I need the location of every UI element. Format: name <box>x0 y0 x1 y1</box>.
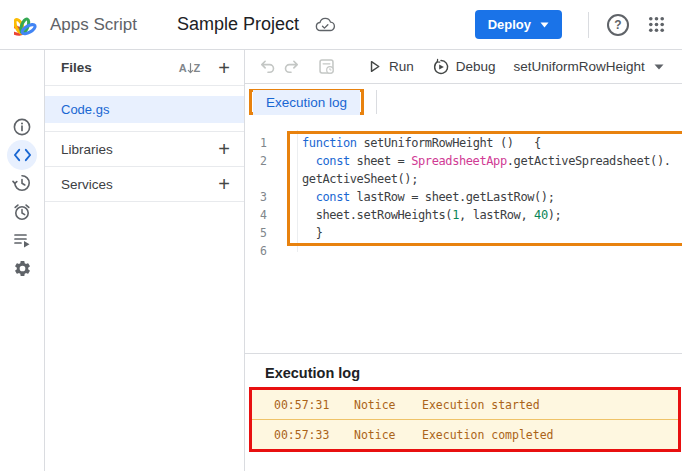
project-title[interactable]: Sample Project <box>177 14 299 35</box>
log-entry: 00:57:33NoticeExecution completed <box>252 419 678 449</box>
code-line: 6 <box>245 242 682 260</box>
debug-button[interactable]: Debug <box>432 58 496 76</box>
add-service-button[interactable]: + <box>218 174 230 194</box>
save-project-button[interactable] <box>317 57 336 77</box>
execution-log-panel: Execution log 00:57:31NoticeExecution st… <box>245 353 682 471</box>
code-line: 1function setUniformRowHeight () { <box>245 134 682 152</box>
files-panel: Files AZ + Code.gs Libraries + Services … <box>45 50 245 471</box>
apps-script-window: Apps Script Sample Project Deploy ? <box>0 0 682 471</box>
save-icon <box>317 57 336 76</box>
app-name: Apps Script <box>50 15 137 35</box>
code-text: const sheet = SpreadsheetApp.getActiveSp… <box>302 152 671 170</box>
run-icon <box>366 58 383 75</box>
files-panel-header: Files AZ + <box>45 50 244 86</box>
code-text: } <box>302 224 322 242</box>
code-text: function setUniformRowHeight () { <box>302 134 541 152</box>
selected-function-name: setUniformRowHeight <box>514 59 645 74</box>
tab-divider <box>376 90 377 114</box>
code-line: 2 const sheet = SpreadsheetApp.getActive… <box>245 152 682 170</box>
services-section[interactable]: Services + <box>45 167 244 202</box>
annotation-box-red-log: 00:57:31NoticeExecution started00:57:33N… <box>249 387 681 452</box>
deploy-label: Deploy <box>488 17 531 32</box>
deploy-button[interactable]: Deploy <box>475 10 562 39</box>
add-library-button[interactable]: + <box>218 139 230 159</box>
libraries-label: Libraries <box>61 142 200 157</box>
line-number: 4 <box>245 206 267 224</box>
sidebar-item-editor[interactable] <box>0 140 44 170</box>
code-line: 4 sheet.setRowHeights(1, lastRow, 40); <box>245 206 682 224</box>
log-msg: Execution started <box>422 398 678 412</box>
line-number: 1 <box>245 134 267 152</box>
gear-icon <box>13 259 32 278</box>
line-number: 6 <box>245 242 267 260</box>
editor-region: Run Debug setUniformRowHeight Execution … <box>245 50 682 471</box>
file-name: Code.gs <box>61 102 109 117</box>
code-line: 5 } <box>245 224 682 242</box>
code-text: const lastRow = sheet.getLastRow(); <box>302 188 555 206</box>
chevron-down-icon <box>654 64 664 70</box>
sidebar-item-project-history[interactable] <box>0 168 44 198</box>
redo-button[interactable] <box>282 57 301 77</box>
tab-execution-log[interactable]: Execution log <box>253 90 360 115</box>
apps-grid-icon[interactable] <box>647 15 666 34</box>
redo-icon <box>282 57 301 76</box>
sidebar-item-triggers[interactable] <box>0 197 44 227</box>
line-number: 5 <box>245 224 267 242</box>
log-msg: Execution completed <box>422 428 678 442</box>
apps-script-logo-icon <box>14 11 41 38</box>
code-lines: 1function setUniformRowHeight () {2 cons… <box>245 134 682 260</box>
left-navigation-rail <box>0 50 45 471</box>
chevron-down-icon <box>540 22 549 28</box>
sidebar-item-settings[interactable] <box>0 253 44 283</box>
run-button[interactable]: Run <box>366 58 414 75</box>
log-time: 00:57:31 <box>252 398 354 412</box>
code-editor[interactable]: 1function setUniformRowHeight () {2 cons… <box>245 120 682 353</box>
help-icon[interactable]: ? <box>607 14 629 36</box>
log-time: 00:57:33 <box>252 428 354 442</box>
services-label: Services <box>61 177 200 192</box>
code-text: getActiveSheet(); <box>302 170 418 188</box>
function-selector[interactable]: setUniformRowHeight <box>514 59 664 74</box>
undo-button[interactable] <box>258 57 277 77</box>
sidebar-item-executions[interactable] <box>0 225 44 255</box>
header-divider <box>588 12 589 38</box>
debug-label: Debug <box>456 59 496 74</box>
files-panel-title: Files <box>61 60 179 75</box>
top-header: Apps Script Sample Project Deploy ? <box>0 0 682 50</box>
code-icon <box>13 147 32 163</box>
line-number: 3 <box>245 188 267 206</box>
code-line: getActiveSheet(); <box>245 170 682 188</box>
editor-tab-bar: Execution log <box>245 84 682 120</box>
run-label: Run <box>389 59 414 74</box>
libraries-section[interactable]: Libraries + <box>45 132 244 167</box>
execution-log-entries: 00:57:31NoticeExecution started00:57:33N… <box>252 390 678 449</box>
execution-log-title: Execution log <box>265 365 682 381</box>
sidebar-item-overview[interactable] <box>0 112 44 142</box>
header-actions: Deploy ? <box>475 10 682 39</box>
code-line: 3 const lastRow = sheet.getLastRow(); <box>245 188 682 206</box>
alarm-icon <box>12 202 32 222</box>
code-text: sheet.setRowHeights(1, lastRow, 40); <box>302 206 561 224</box>
line-number <box>245 170 267 188</box>
history-icon <box>12 173 32 193</box>
cloud-saved-icon <box>314 14 336 36</box>
info-icon <box>12 117 32 137</box>
add-file-button[interactable]: + <box>218 58 230 78</box>
undo-icon <box>258 57 277 76</box>
line-number: 2 <box>245 152 267 170</box>
annotation-box-orange-tab: Execution log <box>249 89 364 115</box>
debug-icon <box>432 58 450 76</box>
log-entry: 00:57:31NoticeExecution started <box>252 390 678 419</box>
editor-toolbar: Run Debug setUniformRowHeight <box>245 50 682 84</box>
sort-az-icon[interactable]: AZ <box>179 62 201 74</box>
log-level: Notice <box>354 428 422 442</box>
file-item-code-gs[interactable]: Code.gs <box>45 96 244 123</box>
executions-icon <box>12 230 32 250</box>
log-level: Notice <box>354 398 422 412</box>
